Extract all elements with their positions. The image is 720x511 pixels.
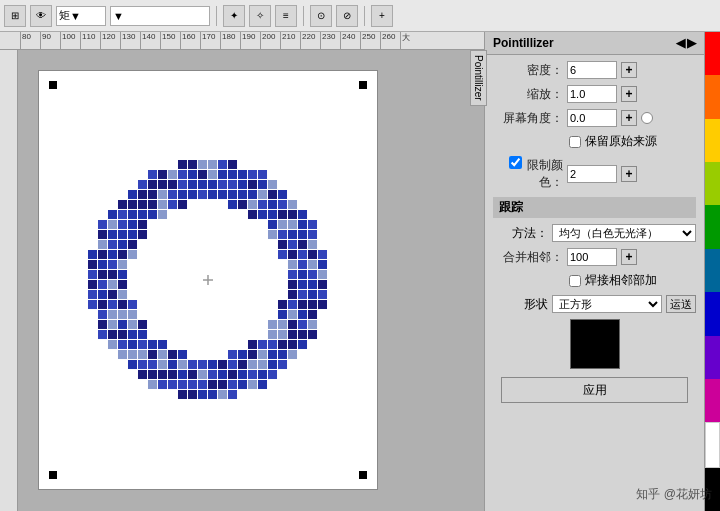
svg-rect-232: [218, 370, 227, 379]
svg-rect-26: [218, 180, 227, 189]
svg-rect-0: [178, 160, 187, 169]
svg-rect-250: [178, 390, 187, 399]
svg-rect-177: [268, 330, 277, 339]
svg-rect-143: [318, 290, 327, 299]
svg-rect-146: [108, 300, 117, 309]
toolbar-sep-2: [303, 6, 304, 26]
palette-color-yellow[interactable]: [705, 119, 720, 162]
palette-color-teal[interactable]: [705, 249, 720, 292]
canvas-content[interactable]: [18, 50, 484, 511]
toolbar-icon-5[interactable]: ≡: [275, 5, 297, 27]
svg-rect-14: [228, 170, 237, 179]
palette-color-lime[interactable]: [705, 162, 720, 205]
svg-rect-51: [148, 200, 157, 209]
svg-rect-50: [138, 200, 147, 209]
svg-rect-83: [308, 220, 317, 229]
toolbar-icon-2[interactable]: 👁: [30, 5, 52, 27]
weld-checkbox[interactable]: [569, 275, 581, 287]
method-select[interactable]: 均匀（白色无光泽）: [552, 224, 696, 242]
toolbar-icon-6[interactable]: ⊙: [310, 5, 332, 27]
svg-rect-47: [278, 190, 287, 199]
toolbar-icon-8[interactable]: +: [371, 5, 393, 27]
scale-input[interactable]: [567, 85, 617, 103]
angle-plus[interactable]: +: [621, 110, 637, 126]
svg-rect-67: [158, 210, 167, 219]
panel-arrow-right[interactable]: ▶: [687, 36, 696, 50]
limit-plus[interactable]: +: [621, 166, 637, 182]
svg-rect-71: [278, 210, 287, 219]
svg-rect-168: [278, 320, 287, 329]
svg-rect-218: [228, 360, 237, 369]
trace-section: 跟踪: [493, 197, 696, 218]
merge-plus[interactable]: +: [621, 249, 637, 265]
palette-color-purple[interactable]: [705, 336, 720, 379]
handle-bl[interactable]: [49, 471, 57, 479]
svg-rect-85: [108, 230, 117, 239]
svg-rect-190: [268, 340, 277, 349]
toolbar-icon-4[interactable]: ✧: [249, 5, 271, 27]
svg-rect-132: [288, 280, 297, 289]
panel-arrow-left[interactable]: ◀: [676, 36, 685, 50]
toolbar-icon-1[interactable]: ⊞: [4, 5, 26, 27]
svg-rect-205: [268, 350, 277, 359]
svg-rect-229: [188, 370, 197, 379]
svg-rect-120: [88, 270, 97, 279]
density-input[interactable]: [567, 61, 617, 79]
ruler-tick: 260: [380, 32, 395, 49]
angle-input[interactable]: [567, 109, 617, 127]
svg-rect-65: [138, 210, 147, 219]
svg-rect-241: [178, 380, 187, 389]
svg-rect-113: [98, 260, 107, 269]
svg-rect-81: [288, 220, 297, 229]
palette-color-green[interactable]: [705, 205, 720, 248]
handle-br[interactable]: [359, 471, 367, 479]
svg-rect-164: [118, 320, 127, 329]
method-row: 方法： 均匀（白色无光泽）: [493, 224, 696, 242]
apply-button[interactable]: 应用: [501, 377, 688, 403]
svg-rect-165: [128, 320, 137, 329]
svg-rect-1: [188, 160, 197, 169]
palette-color-pink[interactable]: [705, 379, 720, 422]
svg-rect-207: [288, 350, 297, 359]
svg-rect-70: [268, 210, 277, 219]
preserve-checkbox[interactable]: [569, 136, 581, 148]
svg-rect-171: [308, 320, 317, 329]
svg-rect-231: [208, 370, 217, 379]
toolbar-dropdown-1[interactable]: 矩▼: [56, 6, 106, 26]
svg-rect-95: [108, 240, 117, 249]
svg-rect-104: [108, 250, 117, 259]
svg-rect-55: [228, 200, 237, 209]
svg-rect-40: [208, 190, 217, 199]
svg-rect-173: [108, 330, 117, 339]
svg-rect-145: [98, 300, 107, 309]
svg-rect-227: [168, 370, 177, 379]
shape-select[interactable]: 正方形: [552, 295, 662, 313]
palette-color-red[interactable]: [705, 32, 720, 75]
handle-tr[interactable]: [359, 81, 367, 89]
action-btn[interactable]: 运送: [666, 295, 696, 313]
svg-rect-21: [168, 180, 177, 189]
svg-rect-36: [168, 190, 177, 199]
svg-rect-102: [88, 250, 97, 259]
limit-checkbox[interactable]: [509, 156, 522, 169]
limit-input[interactable]: [567, 165, 617, 183]
svg-rect-136: [88, 290, 97, 299]
toolbar-icon-3[interactable]: ✦: [223, 5, 245, 27]
handle-tl[interactable]: [49, 81, 57, 89]
svg-rect-114: [108, 260, 117, 269]
toolbar-dropdown-2[interactable]: ▼: [110, 6, 210, 26]
palette-color-orange[interactable]: [705, 75, 720, 118]
svg-rect-224: [138, 370, 147, 379]
ruler-tick: 210: [280, 32, 295, 49]
side-tab[interactable]: Pointillizer: [470, 50, 487, 106]
svg-rect-223: [278, 360, 287, 369]
scale-plus[interactable]: +: [621, 86, 637, 102]
svg-rect-172: [98, 330, 107, 339]
merge-input[interactable]: [567, 248, 617, 266]
palette-color-blue[interactable]: [705, 292, 720, 335]
ruler-left: [0, 50, 18, 511]
palette-color-white[interactable]: [705, 422, 720, 467]
toolbar-icon-7[interactable]: ⊘: [336, 5, 358, 27]
svg-rect-63: [118, 210, 127, 219]
density-plus[interactable]: +: [621, 62, 637, 78]
